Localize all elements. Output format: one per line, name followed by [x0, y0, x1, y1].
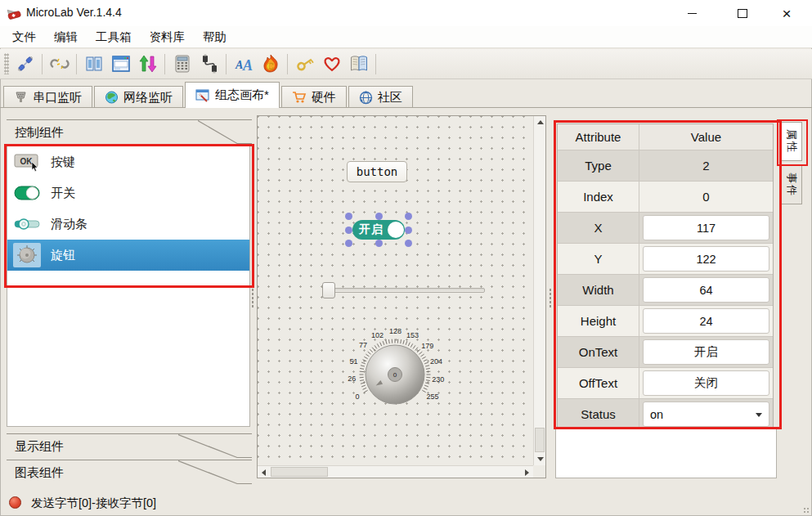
app-window: MicroLab Ver.1.4.4 × 文件 编辑 工具箱 资料库 帮助	[0, 0, 812, 516]
serial-port-icon	[14, 91, 28, 104]
book-button[interactable]	[346, 52, 371, 77]
close-button[interactable]: ×	[768, 0, 805, 26]
svg-text:0: 0	[356, 393, 360, 401]
connection-status-icon	[9, 496, 21, 509]
handle-bottom-left[interactable]	[345, 240, 352, 247]
attribute-header: Attribute	[558, 124, 639, 150]
table-row-type: Type 2	[558, 150, 773, 181]
font-button[interactable]: A A	[231, 52, 256, 77]
table-row-offtext: OffText 关闭	[558, 367, 773, 398]
connect-icon	[16, 54, 35, 74]
split-panels-button[interactable]	[81, 52, 106, 77]
tab-label: 串口监听	[33, 90, 82, 105]
resize-grip[interactable]	[803, 507, 810, 514]
scroll-down-button[interactable]	[534, 453, 546, 465]
connect-button[interactable]	[12, 52, 38, 77]
switch-icon	[13, 181, 41, 205]
menu-toolbox[interactable]: 工具箱	[87, 26, 141, 48]
component-item-knob[interactable]: 旋钮	[7, 240, 249, 271]
font-icon: A A	[234, 54, 253, 74]
canvas-button-widget[interactable]: button	[347, 161, 407, 182]
flame-c-icon: C	[261, 54, 280, 74]
handle-bottom-right[interactable]	[405, 240, 412, 247]
canvas-slider-groove[interactable]	[323, 288, 485, 293]
menu-help[interactable]: 帮助	[194, 26, 236, 48]
component-item-switch[interactable]: 开关	[7, 177, 249, 209]
window-layout-button[interactable]	[108, 52, 133, 77]
handle-top-center[interactable]	[375, 213, 383, 220]
svg-text:153: 153	[406, 331, 419, 339]
maximize-button[interactable]	[724, 0, 761, 26]
menu-edit[interactable]: 编辑	[45, 26, 87, 48]
table-row-height: Height 24	[558, 305, 773, 336]
menu-library[interactable]: 资料库	[141, 26, 195, 48]
handle-bottom-center[interactable]	[375, 240, 383, 247]
width-input[interactable]: 64	[643, 277, 769, 303]
canvas-surface[interactable]: button 开启	[258, 116, 533, 465]
side-tab-properties[interactable]: 属性	[780, 122, 802, 161]
canvas-designer-icon	[195, 89, 210, 102]
handle-mid-left[interactable]	[345, 227, 352, 234]
handle-mid-right[interactable]	[405, 227, 412, 234]
tab-hardware[interactable]: 硬件	[281, 86, 347, 108]
window-title: MicroLab Ver.1.4.4	[26, 6, 122, 19]
svg-text:51: 51	[350, 357, 358, 366]
canvas-horizontal-scrollbar[interactable]	[258, 465, 533, 478]
canvas-vertical-scrollbar[interactable]	[533, 116, 545, 465]
component-label: 开关	[51, 186, 75, 201]
tab-serial-monitor[interactable]: 串口监听	[3, 86, 92, 108]
chevron-down-icon	[756, 413, 762, 417]
sort-arrows-button[interactable]	[135, 52, 160, 77]
calculator-button[interactable]	[169, 52, 195, 77]
key-icon	[295, 54, 315, 74]
ontext-input[interactable]: 开启	[643, 339, 769, 365]
section-control-components[interactable]: 控制组件	[7, 119, 252, 144]
disconnect-button[interactable]	[47, 52, 72, 77]
right-splitter-handle[interactable]	[549, 288, 552, 309]
side-tab-events[interactable]: 事件	[780, 164, 802, 204]
horizontal-scroll-thumb[interactable]	[271, 467, 328, 477]
canvas-knob-widget[interactable]: 0265177102128153179204230255 0	[334, 321, 456, 428]
section-display-components[interactable]: 显示组件	[7, 433, 252, 458]
vertical-scroll-thumb[interactable]	[535, 428, 545, 452]
component-item-pushbutton[interactable]: OK 按键	[7, 146, 249, 177]
table-row-y: Y 122	[558, 243, 773, 274]
scroll-right-button[interactable]	[521, 466, 533, 478]
component-list: OK 按键 开关	[7, 146, 250, 427]
tab-canvas-designer[interactable]: 组态画布*	[185, 82, 280, 108]
menu-file[interactable]: 文件	[3, 26, 45, 48]
svg-text:102: 102	[371, 331, 384, 339]
section-chart-components[interactable]: 图表组件	[7, 460, 252, 484]
x-input[interactable]: 117	[643, 215, 769, 240]
offtext-input[interactable]: 关闭	[643, 370, 769, 396]
flame-c-button[interactable]: C	[258, 52, 283, 77]
table-row-status: Status on	[558, 398, 773, 429]
component-item-slider[interactable]: 滑动条	[7, 209, 249, 240]
knob-value: 0	[393, 371, 397, 379]
tab-label: 组态画布*	[215, 87, 269, 103]
left-splitter-handle[interactable]	[251, 288, 254, 309]
key-button[interactable]	[292, 52, 317, 77]
component-label: 按键	[51, 155, 75, 170]
app-logo-icon	[7, 5, 23, 21]
toolbar-grip[interactable]	[4, 53, 9, 74]
handle-top-right[interactable]	[405, 213, 412, 220]
table-row-ontext: OnText 开启	[558, 336, 773, 367]
scroll-left-button[interactable]	[258, 466, 270, 478]
scroll-up-button[interactable]	[534, 116, 546, 128]
tab-network-monitor[interactable]: 网络监听	[94, 86, 183, 108]
handle-top-left[interactable]	[345, 213, 352, 220]
height-input[interactable]: 24	[643, 308, 769, 334]
tab-community[interactable]: 社区	[348, 86, 413, 108]
svg-text:204: 204	[430, 357, 442, 366]
ok-button-icon: OK	[13, 150, 41, 174]
usb-cable-button[interactable]	[196, 52, 222, 77]
minimize-button[interactable]	[673, 0, 711, 26]
y-input[interactable]: 122	[643, 246, 769, 271]
component-label: 滑动条	[51, 217, 87, 232]
section-slant	[178, 460, 252, 485]
canvas-slider-handle[interactable]	[322, 282, 335, 298]
status-select[interactable]: on	[643, 402, 769, 427]
canvas-toggle-widget[interactable]: 开启	[352, 220, 405, 240]
heart-button[interactable]	[319, 52, 344, 77]
